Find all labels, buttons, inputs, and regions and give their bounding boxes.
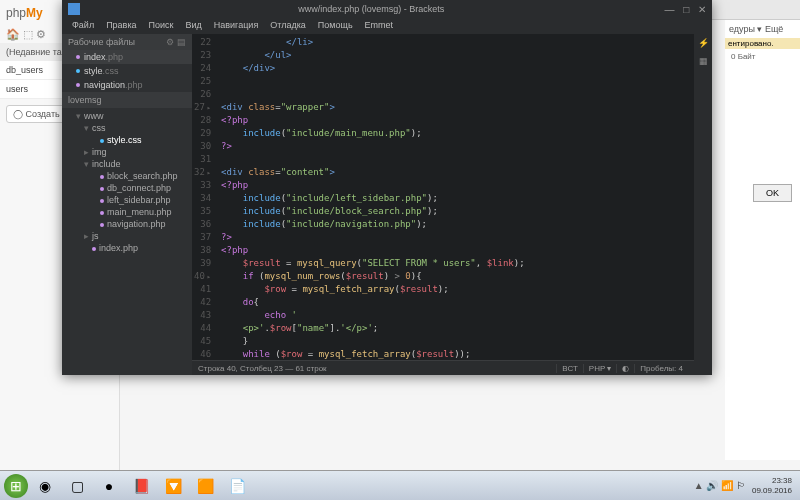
right-panel: едуры ▾ Ещё ентировано. 0 Байт OK bbox=[725, 20, 800, 460]
taskbar-app-1[interactable]: ▢ bbox=[62, 474, 92, 498]
menu-правка[interactable]: Правка bbox=[100, 18, 142, 34]
maximize-button[interactable]: □ bbox=[683, 4, 689, 15]
folder-js[interactable]: ▸js bbox=[62, 230, 192, 242]
cursor-position: Строка 40, Столбец 23 — 61 строк bbox=[198, 364, 556, 373]
brackets-icon bbox=[68, 3, 80, 15]
file-db_connect[interactable]: db_connect.php bbox=[62, 182, 192, 194]
size-info: 0 Байт bbox=[725, 49, 800, 64]
tray-icons[interactable]: ▲ 🔊 📶 🏳 bbox=[694, 480, 746, 491]
line-gutter: 2223242526272829303132333435363738394041… bbox=[192, 34, 217, 360]
file-main_menu[interactable]: main_menu.php bbox=[62, 206, 192, 218]
code-area[interactable]: </li> </ul> </div> <div class="wrapper">… bbox=[217, 34, 694, 360]
menubar: ФайлПравкаПоискВидНавигацияОтладкаПомощь… bbox=[62, 18, 712, 34]
menu-поиск[interactable]: Поиск bbox=[143, 18, 180, 34]
status-пробелы4[interactable]: Пробелы: 4 bbox=[634, 364, 688, 373]
taskbar-app-6[interactable]: 📄 bbox=[222, 474, 252, 498]
status-badge: ентировано. bbox=[725, 38, 800, 49]
start-button[interactable]: ⊞ bbox=[4, 474, 28, 498]
statusbar: Строка 40, Столбец 23 — 61 строк ВСТPHP … bbox=[192, 360, 694, 375]
folder-img[interactable]: ▸img bbox=[62, 146, 192, 158]
taskbar-app-3[interactable]: 📕 bbox=[126, 474, 156, 498]
clock[interactable]: 23:38 09.09.2016 bbox=[752, 476, 792, 496]
titlebar[interactable]: www/index.php (lovemsg) - Brackets — □ ✕ bbox=[62, 0, 712, 18]
folder-www[interactable]: ▾www bbox=[62, 110, 192, 122]
file-navigation[interactable]: navigation.php bbox=[62, 218, 192, 230]
menu-файл[interactable]: Файл bbox=[66, 18, 100, 34]
status-вст[interactable]: ВСТ bbox=[556, 364, 582, 373]
folder-css[interactable]: ▾css bbox=[62, 122, 192, 134]
working-file-index[interactable]: index.php bbox=[62, 50, 192, 64]
working-file-style[interactable]: style.css bbox=[62, 64, 192, 78]
taskbar-app-2[interactable]: ● bbox=[94, 474, 124, 498]
status-php[interactable]: PHP ▾ bbox=[583, 364, 617, 373]
close-button[interactable]: ✕ bbox=[698, 4, 706, 15]
working-file-navigation[interactable]: navigation.php bbox=[62, 78, 192, 92]
system-tray[interactable]: ▲ 🔊 📶 🏳 23:38 09.09.2016 bbox=[694, 476, 796, 496]
code-editor[interactable]: 2223242526272829303132333435363738394041… bbox=[192, 34, 694, 360]
status-[interactable]: ◐ bbox=[616, 364, 634, 373]
menu-помощь[interactable]: Помощь bbox=[312, 18, 359, 34]
live-preview-icon[interactable]: ⚡ bbox=[697, 38, 709, 50]
ok-button[interactable]: OK bbox=[753, 184, 792, 202]
taskbar: ⊞ ◉▢●📕🔽🟧📄 ▲ 🔊 📶 🏳 23:38 09.09.2016 bbox=[0, 470, 800, 500]
window-title: www/index.php (lovemsg) - Brackets bbox=[84, 4, 658, 14]
menu-навигация[interactable]: Навигация bbox=[208, 18, 264, 34]
right-rail: ⚡ ▦ bbox=[694, 34, 712, 375]
file-left_sidebar[interactable]: left_sidebar.php bbox=[62, 194, 192, 206]
sidebar: Рабочие файлы ⚙ ▤ index.phpstyle.cssnavi… bbox=[62, 34, 192, 375]
working-files-header: Рабочие файлы ⚙ ▤ bbox=[62, 34, 192, 50]
brackets-window: www/index.php (lovemsg) - Brackets — □ ✕… bbox=[62, 0, 712, 375]
project-header[interactable]: lovemsg bbox=[62, 92, 192, 108]
file-index[interactable]: index.php bbox=[62, 242, 192, 254]
menu-вид[interactable]: Вид bbox=[180, 18, 208, 34]
gear-icon[interactable]: ⚙ ▤ bbox=[166, 37, 186, 47]
file-style[interactable]: style.css bbox=[62, 134, 192, 146]
taskbar-app-0[interactable]: ◉ bbox=[30, 474, 60, 498]
taskbar-app-5[interactable]: 🟧 bbox=[190, 474, 220, 498]
menu-emmet[interactable]: Emmet bbox=[359, 18, 400, 34]
menu-отладка[interactable]: Отладка bbox=[264, 18, 312, 34]
more-tabs[interactable]: едуры ▾ Ещё bbox=[725, 20, 800, 38]
extensions-icon[interactable]: ▦ bbox=[697, 56, 709, 68]
file-block_search[interactable]: block_search.php bbox=[62, 170, 192, 182]
taskbar-app-4[interactable]: 🔽 bbox=[158, 474, 188, 498]
minimize-button[interactable]: — bbox=[664, 4, 674, 15]
folder-include[interactable]: ▾include bbox=[62, 158, 192, 170]
